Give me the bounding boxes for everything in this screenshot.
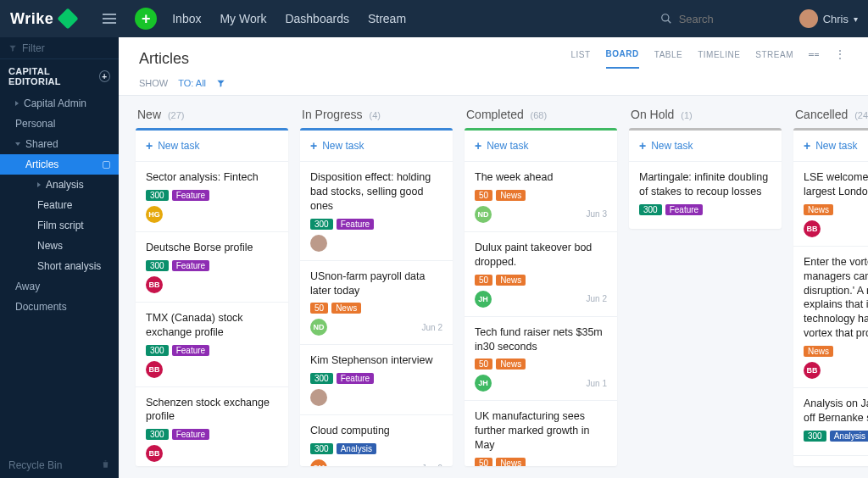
folder-tree: Capital AdminPersonalSharedArticlesAnaly… bbox=[0, 93, 119, 317]
due-date: Jun 9 bbox=[422, 464, 442, 466]
avatar bbox=[799, 9, 818, 28]
filter-icon[interactable] bbox=[216, 79, 225, 88]
sidebar-item-film-script[interactable]: Film script bbox=[0, 215, 119, 236]
tag-news: News bbox=[331, 303, 361, 314]
workspace-header[interactable]: CAPITAL EDITORIAL + bbox=[0, 59, 119, 93]
board[interactable]: New (27)+ New taskSector analysis: Finte… bbox=[119, 96, 868, 478]
column-body[interactable]: + New taskLSE welcomes tech stock, large… bbox=[793, 128, 868, 466]
menu-toggle-button[interactable] bbox=[103, 11, 116, 26]
column-body[interactable]: + New taskThe week ahead50NewsNDJun 3Dul… bbox=[465, 128, 617, 466]
card[interactable]: Enter the vortex: How asset managers can… bbox=[793, 247, 868, 388]
nav-dashboards[interactable]: Dashboards bbox=[285, 12, 349, 25]
tag-feature: Feature bbox=[172, 190, 209, 201]
nav-mywork[interactable]: My Work bbox=[220, 12, 266, 25]
card[interactable]: Tech fund raiser nets $35m in30 seconds5… bbox=[465, 317, 617, 402]
tag-50: 50 bbox=[475, 358, 492, 370]
sidebar-item-capital-admin[interactable]: Capital Admin bbox=[0, 93, 119, 114]
tag-news: News bbox=[804, 346, 833, 357]
sidebar-item-analysis[interactable]: Analysis bbox=[0, 175, 119, 195]
search-icon bbox=[660, 13, 672, 25]
create-button[interactable]: + bbox=[135, 8, 157, 30]
search-input[interactable] bbox=[679, 13, 781, 25]
search[interactable] bbox=[660, 13, 781, 25]
card[interactable]: Morgan Stanley launch PE fundNews bbox=[793, 456, 868, 466]
recycle-bin[interactable]: Recycle Bin bbox=[8, 459, 62, 471]
view-stream[interactable]: STREAM bbox=[755, 50, 793, 68]
card[interactable]: UK manufacturing sees further marked gro… bbox=[465, 401, 617, 466]
sidebar-item-articles[interactable]: Articles bbox=[0, 154, 119, 175]
avatar: ND bbox=[310, 319, 327, 336]
new-task-button[interactable]: + New task bbox=[300, 131, 453, 162]
due-date: Jun 2 bbox=[587, 294, 607, 303]
user-name: Chris bbox=[823, 13, 849, 25]
column-body[interactable]: + New taskSector analysis: Fintech300Fea… bbox=[136, 128, 288, 466]
tag-300: 300 bbox=[146, 260, 169, 271]
tag-300: 300 bbox=[639, 204, 662, 215]
avatar: BB bbox=[804, 362, 821, 379]
filter-bar: SHOW TO: All bbox=[139, 78, 848, 95]
user-menu[interactable]: Chris ▾ bbox=[799, 9, 858, 28]
sidebar-filter[interactable]: Filter bbox=[0, 37, 119, 59]
card[interactable]: Disposition effect: holding bad stocks, … bbox=[300, 162, 453, 261]
layout-icon[interactable] bbox=[809, 53, 819, 64]
card[interactable]: Kim Stephenson interview300Feature bbox=[300, 345, 453, 415]
avatar bbox=[310, 235, 327, 252]
more-menu-button[interactable]: ⋮ bbox=[834, 47, 848, 69]
logo-mark-icon bbox=[57, 8, 78, 29]
sidebar-item-away[interactable]: Away bbox=[0, 276, 119, 297]
sidebar-item-documents[interactable]: Documents bbox=[0, 297, 119, 317]
card[interactable]: Sector analysis: Fintech300FeatureHG bbox=[136, 162, 288, 232]
svg-line-1 bbox=[667, 20, 670, 24]
card[interactable]: TMX (Canada) stock exchange profile300Fe… bbox=[136, 303, 288, 387]
avatar: BB bbox=[146, 445, 163, 462]
avatar: CM bbox=[310, 459, 327, 466]
logo: Wrike bbox=[10, 10, 79, 28]
sidebar-item-short-analysis[interactable]: Short analysis bbox=[0, 256, 119, 276]
card[interactable]: USnon-farm payroll data later today50New… bbox=[300, 261, 453, 346]
card[interactable]: Analysis on Japan economy off Bernanke s… bbox=[793, 388, 868, 456]
chevron-down-icon: ▾ bbox=[854, 14, 858, 24]
card[interactable]: Deutsche Borse profile300FeatureBB bbox=[136, 232, 288, 303]
card[interactable]: Dulux paint takeover bod dropped.50NewsJ… bbox=[465, 232, 617, 317]
tag-300: 300 bbox=[310, 443, 333, 454]
avatar bbox=[310, 389, 327, 406]
card[interactable]: Martingale: infinite doubling of stakes … bbox=[629, 162, 782, 229]
column-body[interactable]: + New taskDisposition effect: holding ba… bbox=[300, 128, 453, 466]
new-task-button[interactable]: + New task bbox=[793, 131, 868, 162]
card[interactable]: LSE welcomes tech stock, largest London … bbox=[793, 162, 868, 247]
view-switcher: LIST BOARD TABLE TIMELINE STREAM ⋮ bbox=[570, 47, 848, 69]
card[interactable]: Schenzen stock exchange profile300Featur… bbox=[136, 387, 288, 467]
avatar: BB bbox=[804, 220, 821, 237]
trash-icon[interactable] bbox=[101, 459, 110, 471]
column-header: New (27) bbox=[136, 108, 288, 121]
filter-to[interactable]: TO: All bbox=[178, 78, 206, 88]
svg-point-0 bbox=[661, 14, 668, 21]
sidebar-item-news[interactable]: News bbox=[0, 236, 119, 256]
tag-feature: Feature bbox=[337, 219, 374, 230]
sidebar-item-feature[interactable]: Feature bbox=[0, 195, 119, 215]
tag-feature: Feature bbox=[172, 260, 209, 271]
view-table[interactable]: TABLE bbox=[654, 50, 682, 68]
topbar: Wrike + Inbox My Work Dashboards Stream … bbox=[0, 0, 868, 37]
sidebar-item-shared[interactable]: Shared bbox=[0, 134, 119, 154]
card[interactable]: The week ahead50NewsNDJun 3 bbox=[465, 162, 617, 232]
nav-stream[interactable]: Stream bbox=[368, 12, 406, 25]
main: Articles LIST BOARD TABLE TIMELINE STREA… bbox=[119, 37, 868, 478]
new-task-button[interactable]: + New task bbox=[136, 131, 288, 162]
view-board[interactable]: BOARD bbox=[606, 49, 639, 69]
sidebar-item-personal[interactable]: Personal bbox=[0, 114, 119, 134]
tag-analysis: Analysis bbox=[830, 431, 868, 442]
column-in-progress: In Progress (4)+ New taskDisposition eff… bbox=[300, 108, 453, 466]
new-task-button[interactable]: + New task bbox=[629, 131, 782, 162]
view-list[interactable]: LIST bbox=[570, 50, 590, 68]
view-timeline[interactable]: TIMELINE bbox=[698, 50, 740, 68]
nav-inbox[interactable]: Inbox bbox=[172, 12, 201, 25]
tag-300: 300 bbox=[804, 431, 826, 442]
tag-50: 50 bbox=[475, 190, 492, 201]
column-body[interactable]: + New taskMartingale: infinite doubling … bbox=[629, 128, 782, 229]
column-header: Completed (68) bbox=[465, 108, 617, 121]
card[interactable]: Cloud computing300AnalysisCMJun 9 bbox=[300, 415, 453, 466]
add-space-button[interactable]: + bbox=[99, 70, 110, 82]
new-task-button[interactable]: + New task bbox=[465, 131, 617, 162]
tag-50: 50 bbox=[310, 303, 328, 314]
